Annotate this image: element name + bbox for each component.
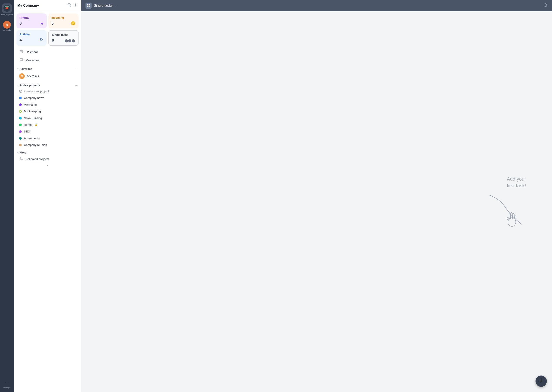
incoming-card[interactable]: Incoming 5 😊 — [48, 14, 79, 28]
single-tasks-header-icon — [86, 3, 92, 9]
user-avatar-item[interactable]: N My Nozbe — [2, 20, 12, 32]
nav-item-messages[interactable]: Messages — [16, 56, 79, 64]
single-tasks-card-label: Single tasks — [52, 33, 75, 36]
settings-icon[interactable] — [74, 3, 78, 8]
main-header-left: Single tasks ··· — [86, 3, 118, 9]
company-reunion-dot — [19, 144, 22, 146]
activity-card[interactable]: Activity 4 — [16, 30, 47, 46]
more-toggle[interactable]: ▾ More — [17, 151, 27, 154]
project-item-company-reunion[interactable]: Company reunion — [16, 142, 79, 148]
manage-item[interactable]: ··· Manage — [2, 377, 12, 389]
home-dot — [19, 124, 22, 126]
activity-card-count: 4 — [20, 38, 22, 42]
main-body: Add yourfirst task! — [81, 11, 552, 392]
single-tasks-card[interactable]: Single tasks 0 ⬤⬤⬤ — [48, 30, 79, 46]
priority-star-icon: ★ — [40, 21, 44, 26]
svg-rect-12 — [87, 6, 88, 7]
manage-dots-icon[interactable]: ··· — [3, 378, 11, 386]
empty-state: Add yourfirst task! — [487, 176, 526, 227]
nova-building-label: Nova Building — [24, 116, 42, 120]
app-name-label: My Company — [1, 14, 13, 16]
sidebar-title: My Company — [17, 4, 39, 7]
project-item-seo[interactable]: SEO — [16, 128, 79, 135]
sidebar-header-icons — [67, 3, 78, 8]
followed-projects-rss-icon — [19, 157, 23, 161]
search-icon[interactable] — [67, 3, 71, 8]
more-label: More — [20, 151, 27, 154]
active-projects-chevron-icon: ▾ — [17, 84, 18, 86]
favorites-chevron-icon: ▾ — [17, 68, 18, 70]
more-chevron-icon: ▾ — [17, 151, 18, 154]
svg-rect-5 — [20, 50, 22, 53]
project-item-nova-building[interactable]: Nova Building — [16, 115, 79, 121]
favorites-more-icon[interactable]: ··· — [75, 67, 78, 70]
project-item-agreements[interactable]: Agreements — [16, 135, 79, 141]
main-header-right — [543, 3, 548, 8]
icon-bar: My Company N My Nozbe ··· Manage — [0, 0, 14, 392]
priority-card-label: Priority — [20, 16, 44, 19]
svg-point-1 — [6, 7, 8, 9]
app-logo[interactable] — [2, 3, 12, 13]
activity-rss-icon — [40, 38, 44, 43]
bookkeeping-dot — [19, 110, 22, 113]
company-reunion-label: Company reunion — [24, 143, 47, 147]
incoming-card-count: 5 — [51, 21, 54, 26]
agreements-dot — [19, 137, 22, 140]
project-item-bookkeeping[interactable]: Bookkeeping — [16, 108, 79, 114]
followed-projects-label: Followed projects — [26, 157, 49, 161]
seo-label: SEO — [24, 130, 30, 133]
svg-rect-13 — [89, 6, 90, 7]
nav-item-my-tasks[interactable]: M My tasks — [16, 71, 79, 81]
incoming-emoji-icon: 😊 — [71, 21, 76, 26]
active-projects-more-icon[interactable]: ··· — [75, 84, 78, 87]
project-item-create-new[interactable]: + Create new project — [16, 88, 79, 94]
nav-item-followed-projects[interactable]: Followed projects — [16, 155, 79, 163]
home-label: Home — [24, 123, 32, 126]
single-tasks-dots-icon: ⬤⬤⬤ — [65, 39, 75, 42]
fab-plus-icon: + — [539, 378, 543, 385]
main-header: Single tasks ··· — [81, 0, 552, 11]
active-projects-section-header: ▾ Active projects ··· — [14, 82, 81, 88]
svg-point-2 — [68, 3, 70, 6]
more-section-header: ▾ More — [14, 149, 81, 155]
svg-rect-11 — [89, 4, 90, 5]
messages-icon — [19, 58, 23, 63]
marketing-dot — [19, 103, 22, 106]
my-nozbe-label: My Nozbe — [3, 29, 12, 31]
svg-point-3 — [75, 5, 76, 6]
project-item-home[interactable]: Home 🔒 — [16, 122, 79, 128]
favorites-section-header: ▾ Favorites ··· — [14, 65, 81, 71]
empty-state-text: Add yourfirst task! — [507, 176, 526, 189]
agreements-label: Agreements — [24, 137, 40, 140]
favorites-toggle[interactable]: ▾ Favorites — [17, 67, 32, 70]
main-header-more-icon[interactable]: ··· — [115, 3, 118, 8]
favorites-label: Favorites — [20, 67, 32, 70]
add-task-fab[interactable]: + — [536, 376, 547, 387]
messages-label: Messages — [26, 59, 39, 62]
hand-drawing-illustration — [487, 193, 526, 227]
app-logo-item[interactable]: My Company — [0, 3, 14, 16]
main-header-search-icon[interactable] — [543, 3, 548, 8]
sidebar-header: My Company — [14, 0, 81, 11]
project-item-company-news[interactable]: Company news — [16, 95, 79, 101]
activity-card-label: Activity — [20, 33, 44, 36]
nav-item-calendar[interactable]: Calendar — [16, 48, 79, 56]
create-project-plus-icon: + — [19, 90, 22, 93]
active-projects-toggle[interactable]: ▾ Active projects — [17, 84, 40, 87]
priority-card-count: 0 — [20, 21, 22, 26]
active-projects-label: Active projects — [20, 84, 40, 87]
sidebar: My Company Priority 0 ★ Incoming 5 😊 — [14, 0, 81, 392]
sidebar-nav: Calendar Messages ▾ Favorites ··· M My t… — [14, 48, 81, 392]
project-item-marketing[interactable]: Marketing — [16, 101, 79, 108]
incoming-card-label: Incoming — [51, 16, 76, 19]
marketing-label: Marketing — [24, 103, 37, 106]
company-news-label: Company news — [24, 96, 44, 99]
priority-card[interactable]: Priority 0 ★ — [16, 14, 47, 28]
home-lock-icon: 🔒 — [35, 123, 38, 126]
main-content: Single tasks ··· Add yourfirst task! — [81, 0, 552, 392]
main-header-title: Single tasks — [94, 4, 112, 7]
bookkeeping-label: Bookkeeping — [24, 110, 41, 113]
scroll-down-indicator: ▾ — [14, 163, 81, 168]
user-avatar[interactable]: N — [3, 21, 11, 29]
calendar-icon — [19, 50, 23, 54]
